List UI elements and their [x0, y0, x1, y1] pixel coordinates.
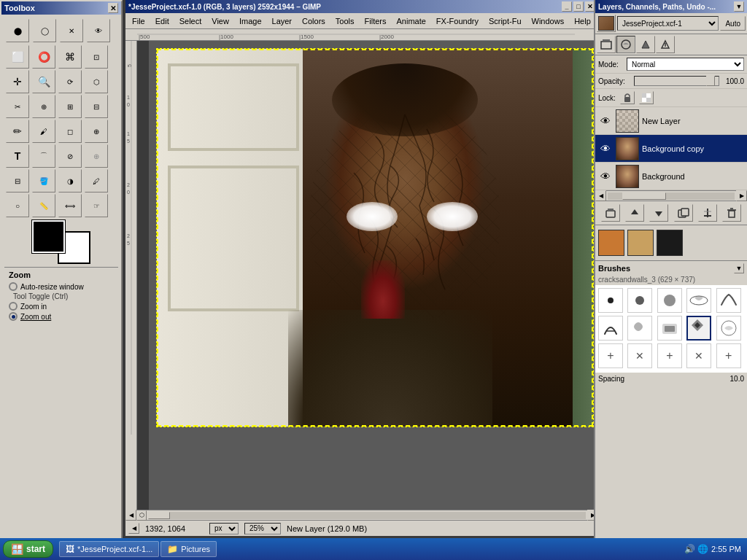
tool-perspective[interactable]: ⬡: [85, 70, 108, 93]
tool-rotate[interactable]: ⟳: [58, 70, 82, 93]
layer-scrollbar[interactable]: ◀ ▶: [595, 190, 747, 201]
tool-clone[interactable]: ⊞: [58, 95, 82, 118]
scroll-thumb-h[interactable]: [148, 512, 170, 519]
tool-paintbrush[interactable]: 🖌: [32, 120, 55, 143]
maximize-button[interactable]: □: [573, 1, 584, 12]
brush-item-2[interactable]: [627, 288, 652, 313]
tool-zoom2[interactable]: ⊕: [85, 144, 108, 168]
layer-tool-btn2[interactable]: [616, 36, 635, 53]
horizontal-scrollbar[interactable]: ◀ ⬡ ▶: [125, 510, 598, 520]
mode-select[interactable]: Normal Multiply Screen Overlay: [627, 58, 744, 71]
tool-ink[interactable]: 🖊: [85, 169, 108, 192]
midtone-square[interactable]: [627, 230, 654, 256]
menu-file[interactable]: File: [127, 15, 150, 28]
layer-scroll-thumb[interactable]: [622, 192, 666, 200]
scroll-corner[interactable]: ⬡: [136, 510, 147, 521]
brush-item-7[interactable]: [627, 316, 652, 341]
menu-script-fu[interactable]: Script-Fu: [484, 15, 527, 28]
zoom-select[interactable]: 25% 50% 100%: [244, 523, 281, 534]
tool-blend[interactable]: ◑: [58, 169, 82, 192]
brush-item-8[interactable]: [657, 316, 682, 341]
tool-pencil[interactable]: ✏: [6, 120, 29, 143]
lock-alpha-button[interactable]: [639, 91, 654, 104]
layer-tool-btn4[interactable]: [656, 36, 675, 53]
toolbox-close-button[interactable]: ✕: [108, 3, 118, 13]
tool-ellipse-select[interactable]: ⭕: [32, 45, 55, 69]
tool-measure[interactable]: 📏: [32, 194, 55, 217]
brush-item-x1[interactable]: ✕: [627, 343, 652, 368]
brush-item-6[interactable]: [598, 316, 623, 341]
tool-ellipse2[interactable]: ◯: [33, 19, 56, 42]
foreground-color-swatch[interactable]: [32, 220, 65, 253]
new-layer-button[interactable]: [601, 204, 620, 222]
tool-heal[interactable]: ⊕: [32, 95, 55, 118]
auto-button[interactable]: Auto: [720, 16, 746, 31]
auto-resize-checkbox[interactable]: [9, 282, 18, 291]
layer-item-new-layer[interactable]: 👁 New Layer: [595, 107, 747, 135]
taskbar-jessproject[interactable]: 🖼 *JesseProject.xcf-1...: [59, 541, 159, 557]
layer-item-bg-copy[interactable]: 👁 Background copy: [595, 135, 747, 163]
scroll-track-h[interactable]: [148, 512, 586, 519]
menu-filters[interactable]: Filters: [360, 15, 392, 28]
brush-item-10[interactable]: [716, 316, 741, 341]
tool-align[interactable]: ⊟: [6, 169, 29, 192]
layer-tool-btn1[interactable]: [597, 36, 616, 53]
lower-layer-button[interactable]: [649, 204, 668, 222]
menu-animate[interactable]: Animate: [391, 15, 430, 28]
tool-ellipse-small[interactable]: ⬤: [6, 19, 29, 42]
anchor-layer-button[interactable]: [698, 204, 717, 222]
layers-thumb1[interactable]: [597, 15, 616, 32]
brushes-options[interactable]: ▼: [734, 263, 744, 273]
brush-item-3[interactable]: [657, 288, 682, 313]
layer-scroll-right[interactable]: ▶: [736, 190, 747, 201]
delete-layer-button[interactable]: [722, 204, 741, 222]
opacity-thumb[interactable]: [706, 76, 715, 86]
layer-visibility-bg[interactable]: 👁: [598, 169, 613, 184]
tool-magnify[interactable]: 🔍: [32, 70, 55, 93]
menu-view[interactable]: View: [206, 15, 234, 28]
tool-free-select[interactable]: ⌘: [58, 45, 82, 69]
tool-move[interactable]: ✛: [6, 70, 29, 93]
menu-select[interactable]: Select: [174, 15, 207, 28]
tool-color-picker[interactable]: ⊘: [58, 144, 82, 168]
taskbar-pictures[interactable]: 📁 Pictures: [160, 541, 217, 557]
tool-x1[interactable]: ✕: [60, 19, 83, 42]
unit-select[interactable]: px in cm: [209, 523, 239, 534]
lock-pixels-button[interactable]: [620, 91, 635, 104]
brush-item-4[interactable]: [686, 288, 711, 313]
menu-help[interactable]: Help: [569, 15, 596, 28]
duplicate-layer-button[interactable]: [674, 204, 693, 222]
menu-edit[interactable]: Edit: [150, 15, 174, 28]
tool-eye[interactable]: 👁: [87, 19, 110, 42]
layer-scroll-left[interactable]: ◀: [595, 190, 606, 201]
layers-panel-options[interactable]: ▼: [734, 1, 744, 12]
foreground-square[interactable]: [598, 230, 624, 256]
brush-item-x2[interactable]: ✕: [686, 343, 711, 368]
brush-item-9[interactable]: [686, 316, 711, 341]
tool-eraser[interactable]: ◻: [58, 120, 82, 143]
project-dropdown[interactable]: JesseProject.xcf-1: [617, 16, 719, 31]
layer-item-background[interactable]: 👁 Background: [595, 163, 747, 190]
brush-item-1[interactable]: [598, 288, 623, 313]
layer-visibility-bg-copy[interactable]: 👁: [598, 141, 613, 156]
zoom-in-radio[interactable]: [9, 302, 18, 311]
opacity-slider[interactable]: [634, 76, 719, 86]
menu-colors[interactable]: Colors: [297, 15, 330, 28]
status-arrow[interactable]: ◀: [128, 523, 139, 534]
tool-crop[interactable]: ✂: [6, 95, 29, 118]
tool-hand[interactable]: ☞: [85, 194, 108, 217]
tool-dodge[interactable]: ○: [6, 194, 29, 217]
background-square[interactable]: [657, 230, 683, 256]
minimize-button[interactable]: _: [562, 1, 572, 12]
brush-item-plus2[interactable]: +: [657, 343, 682, 368]
brush-item-plus1[interactable]: +: [598, 343, 623, 368]
menu-tools[interactable]: Tools: [330, 15, 360, 28]
brush-item-plus3[interactable]: +: [716, 343, 741, 368]
menu-image[interactable]: Image: [234, 15, 267, 28]
raise-layer-button[interactable]: [625, 204, 644, 222]
tool-flip[interactable]: ⟺: [58, 194, 82, 217]
tool-smudge[interactable]: ⊟: [85, 95, 108, 118]
layer-tool-btn3[interactable]: [636, 36, 655, 53]
menu-fx-foundry[interactable]: FX-Foundry: [431, 15, 484, 28]
tool-text[interactable]: T: [6, 144, 29, 168]
